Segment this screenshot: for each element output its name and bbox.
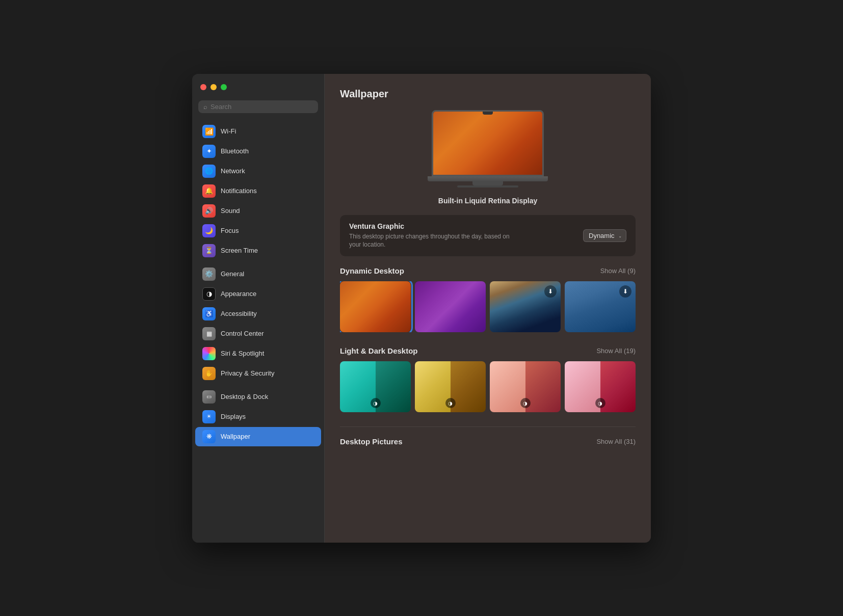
sidebar-item-control-center[interactable]: ▦ Control Center: [195, 324, 321, 343]
search-bar[interactable]: ⌕: [198, 100, 318, 113]
sound-icon: 🔊: [202, 204, 216, 218]
minimize-button[interactable]: [210, 84, 217, 90]
page-title: Wallpaper: [340, 88, 636, 100]
close-button[interactable]: [200, 84, 206, 90]
wallpaper-info-box: Ventura Graphic This desktop picture cha…: [340, 215, 636, 257]
wallpaper-mode-wrapper: Dynamic Light Dark: [583, 229, 626, 242]
search-icon: ⌕: [203, 103, 207, 111]
wallpaper-split-right-gold: [451, 361, 486, 412]
wallpaper-thumb-gold[interactable]: ◑: [415, 361, 486, 412]
dynamic-desktop-show-all[interactable]: Show All (9): [600, 267, 636, 275]
laptop-notch: [483, 112, 493, 115]
laptop-stand: [472, 181, 503, 185]
desktop-pictures-show-all[interactable]: Show All (31): [596, 438, 636, 445]
wifi-icon: 📶: [202, 125, 216, 138]
download-cloud-icon: ⬇: [544, 285, 557, 298]
half-circle-icon-gold: ◑: [445, 398, 456, 408]
appearance-icon: ◑: [202, 287, 216, 301]
sidebar-item-appearance[interactable]: ◑ Appearance: [195, 284, 321, 304]
network-icon: 🌐: [202, 165, 216, 178]
laptop-preview: [432, 110, 544, 188]
wallpaper-split-right-peach: [525, 361, 561, 412]
screen-time-icon: ⏳: [202, 244, 216, 257]
wallpaper-mode-select[interactable]: Dynamic Light Dark: [583, 229, 626, 242]
siri-icon: [202, 347, 216, 360]
wallpaper-thumb-ventura-purple[interactable]: [415, 281, 486, 332]
sidebar-item-siri[interactable]: Siri & Spotlight: [195, 344, 321, 363]
wallpaper-name: Ventura Graphic: [349, 222, 512, 230]
half-circle-icon-rose: ◑: [595, 398, 605, 408]
download-cloud-icon-2: ⬇: [619, 285, 631, 298]
sidebar-item-displays[interactable]: ☀ Displays: [195, 407, 321, 426]
focus-icon: 🌙: [202, 224, 216, 237]
dynamic-desktop-section-header: Dynamic Desktop Show All (9): [340, 266, 636, 275]
dynamic-desktop-grid: ⬇ ⬇: [340, 281, 636, 332]
wallpaper-info-left: Ventura Graphic This desktop picture cha…: [349, 222, 512, 250]
light-dark-section-header: Light & Dark Desktop Show All (19): [340, 346, 636, 355]
search-input[interactable]: [210, 103, 313, 111]
sidebar-item-bluetooth[interactable]: ✦ Bluetooth: [195, 142, 321, 161]
wallpaper-thumb-rose[interactable]: ◑: [565, 361, 636, 412]
main-content: Wallpaper Built-in Liquid Retina Display…: [325, 74, 651, 543]
light-dark-grid: ◑ ◑ ◑ ◑: [340, 361, 636, 412]
sidebar-item-privacy[interactable]: ✋ Privacy & Security: [195, 364, 321, 383]
dynamic-desktop-title: Dynamic Desktop: [340, 266, 404, 275]
wallpaper-thumb-peach[interactable]: ◑: [490, 361, 561, 412]
wallpaper-split-right-rose: [600, 361, 636, 412]
wallpaper-thumb-catalina-mtn[interactable]: ⬇: [490, 281, 561, 332]
laptop-screen: [432, 110, 544, 176]
wallpaper-thumb-ventura-orange[interactable]: [340, 281, 411, 332]
notifications-icon: 🔔: [202, 184, 216, 198]
maximize-button[interactable]: [221, 84, 227, 90]
control-center-icon: ▦: [202, 327, 216, 340]
display-name: Built-in Liquid Retina Display: [438, 197, 537, 205]
sidebar: ⌕ 📶 Wi-Fi ✦ Bluetooth 🌐: [192, 74, 325, 543]
general-icon: ⚙️: [202, 267, 216, 281]
sidebar-item-accessibility[interactable]: ♿ Accessibility: [195, 304, 321, 324]
sidebar-item-wifi[interactable]: 📶 Wi-Fi: [195, 122, 321, 141]
privacy-icon: ✋: [202, 367, 216, 380]
light-dark-title: Light & Dark Desktop: [340, 346, 418, 355]
bluetooth-icon: ✦: [202, 145, 216, 158]
desktop-dock-icon: ▭: [202, 390, 216, 404]
wallpaper-description: This desktop picture changes throughout …: [349, 232, 512, 250]
sidebar-item-focus[interactable]: 🌙 Focus: [195, 221, 321, 240]
sidebar-item-notifications[interactable]: 🔔 Notifications: [195, 181, 321, 201]
sidebar-item-sound[interactable]: 🔊 Sound: [195, 201, 321, 221]
desktop-pictures-section-header: Desktop Pictures Show All (31): [340, 437, 636, 446]
half-circle-icon-peach: ◑: [520, 398, 531, 408]
sidebar-item-wallpaper[interactable]: ❋ Wallpaper: [195, 427, 321, 446]
sidebar-item-screen-time[interactable]: ⏳ Screen Time: [195, 241, 321, 260]
sidebar-item-general[interactable]: ⚙️ General: [195, 264, 321, 284]
wallpaper-thumb-teal[interactable]: ◑: [340, 361, 411, 412]
wallpaper-image-ventura-purple: [415, 281, 486, 332]
accessibility-icon: ♿: [202, 307, 216, 320]
section-divider: [340, 426, 636, 427]
sidebar-item-network[interactable]: 🌐 Network: [195, 162, 321, 181]
sidebar-list: 📶 Wi-Fi ✦ Bluetooth 🌐 Network: [192, 119, 324, 543]
half-circle-icon: ◑: [371, 398, 381, 408]
sidebar-item-desktop-dock[interactable]: ▭ Desktop & Dock: [195, 387, 321, 407]
desktop-pictures-title: Desktop Pictures: [340, 437, 403, 446]
wallpaper-icon: ❋: [202, 430, 216, 443]
display-preview: Built-in Liquid Retina Display: [340, 110, 636, 205]
wallpaper-image-ventura-orange: [340, 281, 411, 332]
laptop-foot: [457, 185, 518, 188]
title-bar: [192, 74, 324, 100]
system-settings-window: ⌕ 📶 Wi-Fi ✦ Bluetooth 🌐: [192, 74, 651, 543]
laptop-wallpaper-preview: [433, 112, 542, 175]
wallpaper-thumb-catalina-sea[interactable]: ⬇: [565, 281, 636, 332]
wallpaper-split-right: [376, 361, 411, 412]
light-dark-show-all[interactable]: Show All (19): [596, 347, 636, 355]
displays-icon: ☀: [202, 410, 216, 423]
laptop-base: [428, 176, 548, 181]
